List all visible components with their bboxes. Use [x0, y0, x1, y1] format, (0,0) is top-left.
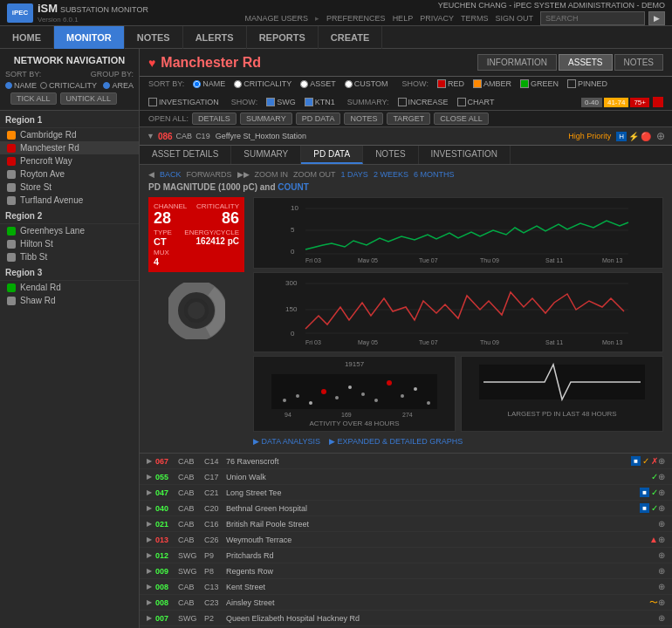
show-red[interactable]: RED — [437, 79, 464, 88]
logo-icon: iPEC — [7, 3, 33, 23]
table-row[interactable]: ▶ 040 CAB C20 Bethnal Green Hospital ■ ✓… — [140, 501, 672, 516]
tab-information[interactable]: INFORMATION — [477, 54, 557, 71]
manage-users-link[interactable]: MANAGE USERS — [245, 14, 309, 23]
svg-point-36 — [374, 399, 378, 402]
nav-reports[interactable]: REPORTS — [247, 26, 319, 49]
svg-text:0: 0 — [291, 248, 295, 256]
tick-all-button[interactable]: TICK ALL — [10, 92, 57, 105]
table-row[interactable]: ▶ 012 SWG P9 Pritchards Rd ⊕ — [140, 548, 672, 563]
asset-tab-pddata[interactable]: PD DATA — [301, 146, 363, 164]
svg-point-38 — [401, 394, 404, 398]
mux-value: 4 — [154, 256, 239, 267]
notes-button[interactable]: NOTES — [344, 113, 383, 125]
asset-tab-investigation[interactable]: INVESTIGATION — [419, 146, 511, 164]
data-analysis-link[interactable]: ▶ DATA ANALYSIS — [253, 437, 320, 446]
icon-green-check: ✓ — [651, 503, 658, 513]
table-row[interactable]: ▶ 007 SWG P2 Queen Elizabeth Hospital Ha… — [140, 611, 672, 626]
preferences-link[interactable]: PREFERENCES — [326, 14, 386, 23]
show-amber[interactable]: AMBER — [473, 79, 511, 88]
target-button[interactable]: TARGET — [387, 113, 430, 125]
table-row[interactable]: ▶ 067 CAB C14 76 Ravenscroft ■ ✓ ✗ ⊕ — [140, 454, 672, 469]
sidebar-item-greenheys-lane[interactable]: Greenheys Lane — [0, 224, 139, 237]
table-row[interactable]: ▶ 008 CAB C23 Ainsley Street 〜 ⊕ — [140, 595, 672, 611]
show-pinned[interactable]: PINNED — [567, 79, 607, 88]
nav-alerts[interactable]: ALERTS — [183, 26, 247, 49]
help-link[interactable]: HELP — [393, 14, 414, 23]
tick-buttons: TICK ALL UNTICK ALL — [5, 91, 134, 106]
sidebar-item-pencroft-way[interactable]: Pencroft Way — [0, 154, 139, 167]
nav-home[interactable]: HOME — [0, 26, 54, 49]
svg-text:94: 94 — [285, 412, 291, 418]
station-header: ♥ Manchester Rd INFORMATION ASSETS NOTES — [140, 49, 672, 77]
asset-inner-tabs: ASSET DETAILS SUMMARY PD DATA NOTES INVE… — [140, 146, 672, 165]
svg-text:Tue 07: Tue 07 — [419, 257, 438, 263]
untick-all-button[interactable]: UNTICK ALL — [60, 92, 118, 105]
terms-link[interactable]: TERMS — [461, 14, 489, 23]
table-row[interactable]: ▶ 047 CAB C21 Long Street Tee ■ ✓ ⊕ — [140, 485, 672, 501]
asset-tab-notes[interactable]: NOTES — [363, 146, 418, 164]
sort-custom-opt[interactable]: CUSTOM — [345, 79, 388, 88]
summary-chart[interactable]: CHART — [457, 98, 495, 106]
indicator-h: H — [616, 132, 627, 141]
sort-criticality-radio[interactable]: CRITICALITY — [40, 81, 97, 90]
show-investigation[interactable]: INVESTIGATION — [148, 98, 219, 106]
icon-blue-sq: ■ — [640, 503, 649, 513]
pd-data-button[interactable]: PD DATA — [296, 113, 341, 125]
summary-button[interactable]: SUMMARY — [240, 113, 292, 125]
sort-asset-opt[interactable]: ASSET — [300, 79, 336, 88]
expand-icon[interactable]: ⊕ — [656, 130, 665, 142]
sort-name-opt[interactable]: NAME — [193, 79, 225, 88]
sidebar-item-manchester-rd[interactable]: Manchester Rd — [0, 141, 139, 154]
sort-name-radio[interactable]: NAME — [5, 81, 37, 90]
close-all-button[interactable]: CLOSE ALL — [434, 113, 489, 125]
details-button[interactable]: DETAILS — [192, 113, 237, 125]
pd-1days-link[interactable]: 1 DAYS — [341, 170, 368, 179]
nav-monitor[interactable]: MONITOR — [54, 26, 125, 49]
sidebar-header: NETWORK NAVIGATION SORT BY: GROUP BY: NA… — [0, 49, 139, 111]
activity-svg: 94 169 274 — [259, 370, 449, 418]
expanded-graphs-link[interactable]: ▶ EXPANDED & DETAILED GRAPHS — [329, 437, 463, 446]
pd-back-link[interactable]: BACK — [160, 170, 182, 179]
show-ktn1[interactable]: KTN1 — [305, 98, 335, 106]
sidebar-item-turfland-avenue[interactable]: Turfland Avenue — [0, 194, 139, 207]
pd-2weeks-link[interactable]: 2 WEEKS — [374, 170, 408, 179]
sort-toolbar: SORT BY: NAME CRITICALITY ASSET CUSTOM S… — [140, 77, 672, 111]
svg-point-32 — [321, 389, 326, 394]
table-row[interactable]: ▶ 009 SWG P8 Regents Row ⊕ — [140, 563, 672, 579]
sidebar-item-store-st[interactable]: Store St — [0, 181, 139, 194]
summary-increase[interactable]: INCREASE — [398, 98, 449, 106]
app-subtitle: SUBSTATION MONITOR — [60, 5, 148, 14]
search-input[interactable] — [540, 11, 645, 25]
sign-out-link[interactable]: SIGN OUT — [495, 14, 533, 23]
sidebar-item-cambridge-rd[interactable]: Cambridge Rd — [0, 128, 139, 141]
privacy-link[interactable]: PRIVACY — [420, 14, 454, 23]
pd-6months-link[interactable]: 6 MONTHS — [414, 170, 455, 179]
svg-text:300: 300 — [285, 279, 298, 287]
svg-rect-28 — [271, 374, 437, 409]
svg-text:169: 169 — [341, 412, 352, 418]
table-row[interactable]: ▶ 055 CAB C17 Union Walk ✓ ⊕ — [140, 469, 672, 485]
sort-criticality-opt[interactable]: CRITICALITY — [234, 79, 291, 88]
nav-notes[interactable]: NOTES — [125, 26, 183, 49]
sidebar-item-tibb-st[interactable]: Tibb St — [0, 250, 139, 263]
sidebar-item-royton-ave[interactable]: Royton Ave — [0, 167, 139, 181]
sidebar-item-shaw-rd[interactable]: Shaw Rd — [0, 294, 139, 307]
asset-tab-details[interactable]: ASSET DETAILS — [140, 146, 231, 164]
tab-assets[interactable]: ASSETS — [559, 54, 612, 71]
table-row[interactable]: ▶ 013 CAB C26 Weymouth Terrace ▲ ⊕ — [140, 532, 672, 548]
svg-text:May 05: May 05 — [358, 339, 378, 346]
nav-create[interactable]: CREATE — [319, 26, 382, 49]
chart1-container: 10 5 0 Fri 03 May 05 Tue — [253, 197, 663, 269]
table-row[interactable]: ▶ 008 CAB C13 Kent Street ⊕ — [140, 579, 672, 595]
range-41-74: 41-74 — [604, 98, 628, 107]
show-swg[interactable]: SWG — [266, 98, 296, 106]
tab-notes[interactable]: NOTES — [614, 54, 663, 71]
sidebar-item-hilton-st[interactable]: Hilton St — [0, 237, 139, 250]
asset-tab-summary[interactable]: SUMMARY — [231, 146, 301, 164]
svg-point-37 — [387, 380, 392, 386]
sidebar-item-kendal-rd[interactable]: Kendal Rd — [0, 281, 139, 294]
show-green[interactable]: GREEN — [520, 79, 559, 88]
search-button[interactable]: ▶ — [648, 11, 665, 25]
table-row[interactable]: ▶ 021 CAB C16 British Rail Poole Street … — [140, 516, 672, 532]
group-area[interactable]: AREA — [112, 81, 134, 90]
